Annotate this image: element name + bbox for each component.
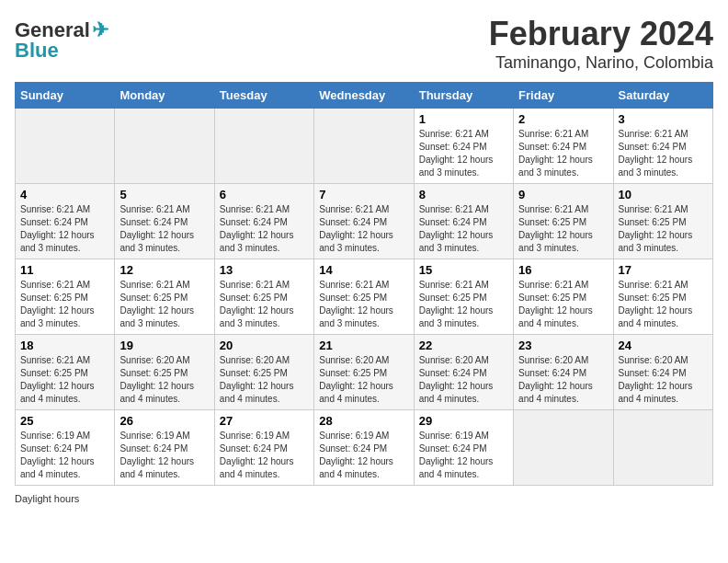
month-year-title: February 2024 (489, 15, 713, 53)
calendar-cell: 24Sunrise: 6:20 AM Sunset: 6:24 PM Dayli… (613, 335, 712, 410)
day-info: Sunrise: 6:21 AM Sunset: 6:25 PM Dayligh… (319, 279, 408, 330)
calendar-cell: 21Sunrise: 6:20 AM Sunset: 6:25 PM Dayli… (314, 335, 414, 410)
day-number: 10 (619, 188, 708, 201)
calendar-cell: 4Sunrise: 6:21 AM Sunset: 6:24 PM Daylig… (16, 184, 115, 259)
weekday-header-wednesday: Wednesday (314, 83, 414, 109)
calendar-cell: 27Sunrise: 6:19 AM Sunset: 6:24 PM Dayli… (214, 410, 313, 486)
calendar-cell (115, 109, 214, 184)
day-number: 29 (419, 414, 508, 428)
day-number: 28 (319, 414, 408, 428)
calendar-cell (613, 410, 712, 486)
day-number: 9 (518, 188, 608, 201)
day-info: Sunrise: 6:21 AM Sunset: 6:25 PM Dayligh… (619, 279, 708, 330)
calendar-header-row: SundayMondayTuesdayWednesdayThursdayFrid… (16, 83, 713, 109)
calendar-week-row: 1Sunrise: 6:21 AM Sunset: 6:24 PM Daylig… (16, 109, 713, 184)
day-info: Sunrise: 6:21 AM Sunset: 6:24 PM Dayligh… (518, 128, 608, 179)
calendar-cell: 1Sunrise: 6:21 AM Sunset: 6:24 PM Daylig… (414, 109, 513, 184)
day-info: Sunrise: 6:21 AM Sunset: 6:25 PM Dayligh… (518, 203, 608, 255)
calendar-cell (16, 109, 115, 184)
day-info: Sunrise: 6:20 AM Sunset: 6:24 PM Dayligh… (619, 354, 708, 406)
calendar-cell: 3Sunrise: 6:21 AM Sunset: 6:24 PM Daylig… (613, 109, 712, 184)
day-info: Sunrise: 6:21 AM Sunset: 6:25 PM Dayligh… (220, 279, 309, 330)
day-info: Sunrise: 6:21 AM Sunset: 6:25 PM Dayligh… (119, 279, 209, 330)
calendar-cell: 10Sunrise: 6:21 AM Sunset: 6:25 PM Dayli… (613, 184, 712, 259)
day-number: 3 (619, 112, 708, 126)
daylight-hours-label: Daylight hours (15, 493, 79, 504)
calendar-table: SundayMondayTuesdayWednesdayThursdayFrid… (15, 82, 713, 486)
day-number: 23 (518, 339, 608, 352)
day-number: 22 (419, 339, 508, 352)
logo: General ✈ Blue (15, 18, 108, 63)
day-info: Sunrise: 6:21 AM Sunset: 6:25 PM Dayligh… (518, 279, 608, 330)
day-number: 5 (119, 188, 209, 201)
calendar-cell: 14Sunrise: 6:21 AM Sunset: 6:25 PM Dayli… (314, 259, 414, 335)
calendar-cell: 2Sunrise: 6:21 AM Sunset: 6:24 PM Daylig… (514, 109, 613, 184)
calendar-week-row: 4Sunrise: 6:21 AM Sunset: 6:24 PM Daylig… (16, 184, 713, 259)
day-number: 2 (518, 112, 608, 126)
day-info: Sunrise: 6:19 AM Sunset: 6:24 PM Dayligh… (119, 430, 209, 481)
day-number: 27 (220, 414, 309, 428)
weekday-header-thursday: Thursday (414, 83, 513, 109)
day-number: 26 (119, 414, 209, 428)
calendar-cell: 9Sunrise: 6:21 AM Sunset: 6:25 PM Daylig… (514, 184, 613, 259)
calendar-cell: 23Sunrise: 6:20 AM Sunset: 6:24 PM Dayli… (514, 335, 613, 410)
weekday-header-sunday: Sunday (16, 83, 115, 109)
day-number: 21 (319, 339, 408, 352)
calendar-body: 1Sunrise: 6:21 AM Sunset: 6:24 PM Daylig… (16, 109, 713, 486)
calendar-cell: 8Sunrise: 6:21 AM Sunset: 6:24 PM Daylig… (414, 184, 513, 259)
weekday-header-friday: Friday (514, 83, 613, 109)
calendar-cell (514, 410, 613, 486)
calendar-cell (314, 109, 414, 184)
weekday-header-saturday: Saturday (613, 83, 712, 109)
day-info: Sunrise: 6:21 AM Sunset: 6:24 PM Dayligh… (319, 203, 408, 255)
calendar-cell: 20Sunrise: 6:20 AM Sunset: 6:25 PM Dayli… (214, 335, 313, 410)
calendar-cell: 15Sunrise: 6:21 AM Sunset: 6:25 PM Dayli… (414, 259, 513, 335)
day-info: Sunrise: 6:21 AM Sunset: 6:25 PM Dayligh… (20, 279, 109, 330)
day-info: Sunrise: 6:20 AM Sunset: 6:25 PM Dayligh… (220, 354, 309, 406)
day-info: Sunrise: 6:20 AM Sunset: 6:25 PM Dayligh… (119, 354, 209, 406)
day-number: 20 (220, 339, 309, 352)
calendar-cell: 13Sunrise: 6:21 AM Sunset: 6:25 PM Dayli… (214, 259, 313, 335)
day-info: Sunrise: 6:21 AM Sunset: 6:24 PM Dayligh… (419, 203, 508, 255)
calendar-cell: 22Sunrise: 6:20 AM Sunset: 6:24 PM Dayli… (414, 335, 513, 410)
weekday-header-tuesday: Tuesday (214, 83, 313, 109)
calendar-cell: 17Sunrise: 6:21 AM Sunset: 6:25 PM Dayli… (613, 259, 712, 335)
calendar-cell: 29Sunrise: 6:19 AM Sunset: 6:24 PM Dayli… (414, 410, 513, 486)
day-info: Sunrise: 6:21 AM Sunset: 6:24 PM Dayligh… (220, 203, 309, 255)
day-number: 15 (419, 263, 508, 277)
day-info: Sunrise: 6:19 AM Sunset: 6:24 PM Dayligh… (20, 430, 109, 481)
day-number: 16 (518, 263, 608, 277)
calendar-cell: 28Sunrise: 6:19 AM Sunset: 6:24 PM Dayli… (314, 410, 414, 486)
day-number: 7 (319, 188, 408, 201)
day-info: Sunrise: 6:19 AM Sunset: 6:24 PM Dayligh… (319, 430, 408, 481)
day-number: 13 (220, 263, 309, 277)
day-info: Sunrise: 6:19 AM Sunset: 6:24 PM Dayligh… (419, 430, 508, 481)
calendar-cell: 5Sunrise: 6:21 AM Sunset: 6:24 PM Daylig… (115, 184, 214, 259)
day-number: 17 (619, 263, 708, 277)
day-number: 6 (220, 188, 309, 201)
day-number: 25 (20, 414, 109, 428)
day-info: Sunrise: 6:20 AM Sunset: 6:24 PM Dayligh… (419, 354, 508, 406)
calendar-cell (214, 109, 313, 184)
day-info: Sunrise: 6:19 AM Sunset: 6:24 PM Dayligh… (220, 430, 309, 481)
day-number: 4 (20, 188, 109, 201)
location-subtitle: Taminango, Narino, Colombia (489, 53, 713, 73)
day-info: Sunrise: 6:20 AM Sunset: 6:25 PM Dayligh… (319, 354, 408, 406)
day-info: Sunrise: 6:21 AM Sunset: 6:24 PM Dayligh… (619, 128, 708, 179)
calendar-cell: 18Sunrise: 6:21 AM Sunset: 6:25 PM Dayli… (16, 335, 115, 410)
calendar-week-row: 25Sunrise: 6:19 AM Sunset: 6:24 PM Dayli… (16, 410, 713, 486)
day-number: 1 (419, 112, 508, 126)
calendar-week-row: 18Sunrise: 6:21 AM Sunset: 6:25 PM Dayli… (16, 335, 713, 410)
calendar-cell: 11Sunrise: 6:21 AM Sunset: 6:25 PM Dayli… (16, 259, 115, 335)
calendar-cell: 6Sunrise: 6:21 AM Sunset: 6:24 PM Daylig… (214, 184, 313, 259)
calendar-cell: 12Sunrise: 6:21 AM Sunset: 6:25 PM Dayli… (115, 259, 214, 335)
title-area: February 2024 Taminango, Narino, Colombi… (489, 15, 713, 73)
day-info: Sunrise: 6:21 AM Sunset: 6:24 PM Dayligh… (419, 128, 508, 179)
footer-note: Daylight hours (15, 493, 713, 504)
day-number: 8 (419, 188, 508, 201)
calendar-cell: 16Sunrise: 6:21 AM Sunset: 6:25 PM Dayli… (514, 259, 613, 335)
day-number: 14 (319, 263, 408, 277)
day-number: 24 (619, 339, 708, 352)
day-info: Sunrise: 6:21 AM Sunset: 6:25 PM Dayligh… (20, 354, 109, 406)
calendar-cell: 25Sunrise: 6:19 AM Sunset: 6:24 PM Dayli… (16, 410, 115, 486)
